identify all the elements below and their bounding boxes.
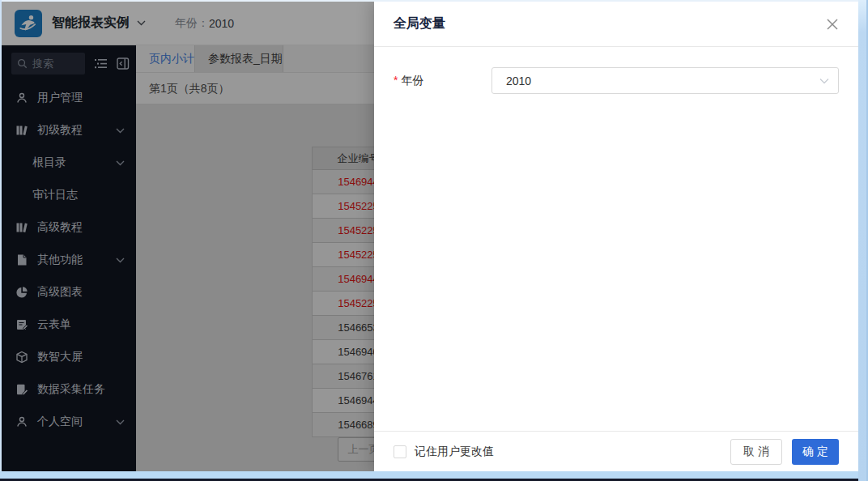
remember-checkbox[interactable] <box>394 445 406 458</box>
window-border-left <box>0 0 2 481</box>
window-border-top <box>0 0 868 2</box>
remember-label: 记住用户更改值 <box>415 445 494 459</box>
confirm-button[interactable]: 确 定 <box>792 439 839 465</box>
cancel-button[interactable]: 取 消 <box>730 439 782 465</box>
drawer-mask[interactable] <box>2 2 374 471</box>
chevron-down-icon <box>819 78 829 84</box>
drawer-footer: 记住用户更改值 取 消 确 定 <box>374 431 858 471</box>
year-select-value: 2010 <box>506 74 531 87</box>
drawer-title: 全局变量 <box>394 15 445 32</box>
year-select[interactable]: 2010 <box>491 67 839 94</box>
drawer-header: 全局变量 <box>374 2 858 47</box>
global-variables-drawer: 全局变量 *年份 2010 <box>374 2 858 471</box>
required-mark: * <box>394 74 398 87</box>
remember-option: 记住用户更改值 <box>394 445 494 459</box>
close-icon[interactable] <box>826 18 839 31</box>
form-row-year: *年份 2010 <box>394 67 839 94</box>
field-label: *年份 <box>394 74 491 88</box>
drawer-body: *年份 2010 <box>374 47 858 114</box>
window-scrollbar[interactable] <box>858 0 868 481</box>
app-viewport: 智能报表实例 年份： 2010 <box>2 2 858 471</box>
window-border-bottom <box>0 471 868 479</box>
browser-window: 智能报表实例 年份： 2010 <box>0 0 868 481</box>
